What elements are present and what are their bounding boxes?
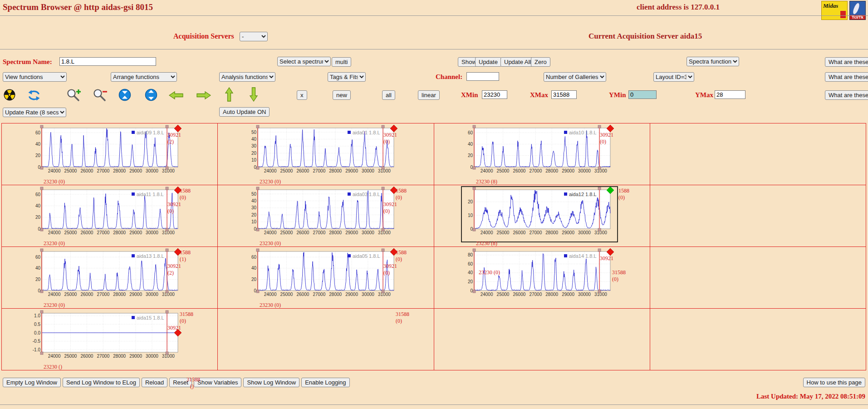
zoom-in-icon[interactable] <box>66 88 82 102</box>
svg-text:23230 (): 23230 () <box>44 364 62 370</box>
grid-row-3: 2400025000260002700028000290003000031000… <box>2 247 866 309</box>
spectrum-cell-aida12[interactable]: 2400025000260002700028000290003000031000… <box>434 185 650 247</box>
svg-text:25000: 25000 <box>64 292 77 297</box>
spectrum-cell-aida03[interactable]: 2400025000260002700028000290003000031000… <box>218 185 434 247</box>
spectrum-plot[interactable]: 2400025000260002700028000290003000031000… <box>244 186 431 247</box>
svg-text:27000: 27000 <box>313 230 326 235</box>
ymin-input[interactable] <box>628 90 657 99</box>
svg-text:60: 60 <box>35 255 41 260</box>
tcl-logo[interactable]: Tcl/Tk <box>849 1 866 20</box>
spectrum-plot[interactable]: 2400025000260002700028000290003000031000… <box>28 124 215 185</box>
analysis-functions-select[interactable]: Analysis functions <box>219 72 275 82</box>
svg-text:30921: 30921 <box>600 132 613 138</box>
send-log-window-button[interactable]: Send Log Window to ELog <box>63 378 140 387</box>
refresh-icon[interactable] <box>27 89 41 101</box>
svg-text:(0): (0) <box>396 194 402 201</box>
svg-text:30921: 30921 <box>383 263 397 269</box>
layout-id-select[interactable]: Layout ID=3 <box>653 72 694 82</box>
update-rate-select[interactable]: Update Rate (8 secs) <box>3 108 66 117</box>
spectrum-cell-aida14[interactable]: 2400025000260002700028000290003000031000… <box>434 247 650 309</box>
svg-text:0: 0 <box>254 288 257 293</box>
svg-text:80: 80 <box>467 252 473 257</box>
svg-text:30000: 30000 <box>578 230 591 235</box>
spectrum-plot[interactable]: 2400025000260002700028000290003000031000… <box>244 248 431 309</box>
how-to-use-button[interactable]: How to use this page <box>803 378 865 387</box>
svg-text:(0): (0) <box>396 256 402 262</box>
select-a-spectrum[interactable]: Select a spectrum <box>277 57 331 66</box>
spectrum-plot[interactable]: 2400025000260002700028000290003000031000… <box>28 310 215 370</box>
arrange-functions-select[interactable]: Arrange functions <box>111 72 177 82</box>
show-variables-button[interactable]: Show Variables <box>194 378 241 387</box>
ymax-input[interactable] <box>715 90 745 99</box>
svg-text:20: 20 <box>251 277 257 282</box>
spectra-functions-select[interactable]: Spectra functions <box>687 57 739 66</box>
svg-text:27000: 27000 <box>313 292 326 297</box>
arrow-left-icon[interactable] <box>169 91 183 100</box>
arrow-up-icon[interactable] <box>225 87 234 102</box>
what-are-these-button-3[interactable]: What are these? <box>825 90 868 100</box>
arrow-down-icon[interactable] <box>249 87 258 102</box>
enable-logging-button[interactable]: Enable Logging <box>301 378 349 387</box>
what-are-these-button-1[interactable]: What are these? <box>825 57 868 67</box>
tags-fits-select[interactable]: Tags & Fits <box>328 72 366 82</box>
svg-text:0: 0 <box>254 227 257 232</box>
spectrum-plot[interactable]: 2400025000260002700028000290003000031000… <box>461 124 647 185</box>
divider-bottom <box>0 404 868 405</box>
divider-acq <box>0 49 868 49</box>
spectrum-plot[interactable]: 2400025000260002700028000290003000031000… <box>244 124 431 185</box>
update-all-button[interactable]: Update All <box>500 57 535 67</box>
spectrum-browser-page: Spectrum Browser @ http aidas-gsi 8015 c… <box>0 0 868 409</box>
number-of-galleries-select[interactable]: Number of Galleries <box>544 72 606 82</box>
spectrum-cell-aida05[interactable]: 2400025000260002700028000290003000031000… <box>218 247 434 309</box>
reload-button[interactable]: Reload <box>142 378 167 387</box>
spectrum-cell-aida13[interactable]: 2400025000260002700028000290003000031000… <box>2 247 218 309</box>
reset-button[interactable]: Reset <box>169 378 192 387</box>
new-button[interactable]: new <box>333 90 351 100</box>
xmax-input[interactable] <box>551 90 577 99</box>
linear-button[interactable]: linear <box>418 90 440 100</box>
spectrum-cell-aida09[interactable]: 2400025000260002700028000290003000031000… <box>2 123 218 185</box>
svg-text:30000: 30000 <box>146 230 158 235</box>
svg-text:aida15 1.8.L: aida15 1.8.L <box>137 315 164 320</box>
all-button[interactable]: all <box>382 90 395 100</box>
spectrum-plot[interactable]: 2400025000260002700028000290003000031000… <box>461 186 647 247</box>
svg-text:29000: 29000 <box>345 292 358 297</box>
svg-text:20: 20 <box>467 199 473 204</box>
what-are-these-button-2[interactable]: What are these? <box>825 72 868 82</box>
radiation-icon[interactable] <box>4 89 15 101</box>
spectrum-cell-aida10[interactable]: 2400025000260002700028000290003000031000… <box>434 123 650 185</box>
spectrum-cell-aida15[interactable]: 2400025000260002700028000290003000031000… <box>2 309 218 370</box>
expand-vertical-icon[interactable] <box>145 89 157 101</box>
svg-text:28000: 28000 <box>545 230 558 235</box>
xmin-input[interactable] <box>482 90 507 99</box>
svg-text:29000: 29000 <box>129 230 142 235</box>
svg-text:aida05 1.8.L: aida05 1.8.L <box>353 253 380 259</box>
spectrum-plot[interactable]: 2400025000260002700028000290003000031000… <box>461 248 647 309</box>
acquisition-servers-select[interactable]: - <box>240 32 268 41</box>
compress-vertical-icon[interactable] <box>118 89 131 101</box>
show-log-window-button[interactable]: Show Log Window <box>243 378 299 387</box>
spectrum-plot[interactable]: 2400025000260002700028000290003000031000… <box>28 186 215 247</box>
spectrum-cell-aida01[interactable]: 2400025000260002700028000290003000031000… <box>218 123 434 185</box>
auto-update-button[interactable]: Auto Update ON <box>219 107 270 117</box>
update-button[interactable]: Update <box>475 57 501 67</box>
svg-text:20: 20 <box>251 151 257 156</box>
empty-log-window-button[interactable]: Empty Log Window <box>3 378 61 387</box>
zoom-out-icon[interactable] <box>93 88 108 102</box>
spectrum-plot[interactable]: 2400025000260002700028000290003000031000… <box>28 248 215 309</box>
multi-button[interactable]: multi <box>332 57 351 67</box>
svg-text:1588: 1588 <box>396 249 407 256</box>
svg-text:40: 40 <box>467 142 473 147</box>
svg-text:40: 40 <box>251 137 257 142</box>
channel-input[interactable] <box>466 72 499 81</box>
x-button[interactable]: x <box>297 90 307 100</box>
midas-logo[interactable]: Midas <box>821 1 848 20</box>
zero-button[interactable]: Zero <box>531 57 550 67</box>
svg-text:(0): (0) <box>180 318 186 324</box>
arrow-right-icon[interactable] <box>196 91 211 100</box>
view-functions-select[interactable]: View functions <box>3 72 67 82</box>
svg-text:29000: 29000 <box>562 292 574 297</box>
spectrum-name-input[interactable] <box>59 57 156 66</box>
spectrum-name-label: Spectrum Name: <box>3 58 52 66</box>
spectrum-cell-aida11[interactable]: 2400025000260002700028000290003000031000… <box>2 185 218 247</box>
